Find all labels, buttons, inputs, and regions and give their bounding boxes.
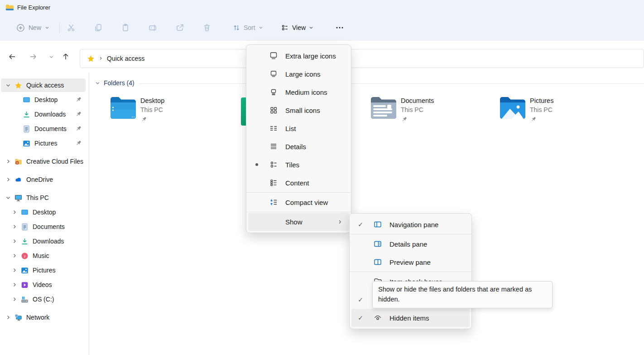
medium-icons-icon	[265, 88, 282, 97]
view-tiles-icon	[281, 24, 289, 32]
download-icon	[21, 238, 29, 245]
menu-item-medium-icons[interactable]: Medium icons	[248, 83, 349, 101]
rename-button[interactable]	[143, 19, 163, 36]
sidebar-item-documents-pinned[interactable]: Documents	[1, 122, 86, 136]
sort-button[interactable]: Sort	[229, 19, 267, 36]
pin-icon	[75, 96, 82, 103]
menu-item-list[interactable]: List	[248, 119, 349, 137]
monitor-icon	[14, 194, 22, 202]
rename-icon	[148, 23, 157, 32]
copy-button[interactable]	[88, 19, 108, 36]
chevron-expanded-icon[interactable]	[5, 195, 11, 200]
arrow-up-icon	[61, 52, 70, 61]
sidebar-item-label: Creative Cloud Files	[26, 158, 86, 165]
tile-documents[interactable]: Documents This PC	[369, 95, 434, 123]
sidebar-item-os-c-drive[interactable]: OS (C:)	[1, 292, 86, 306]
chevron-collapsed-icon[interactable]	[12, 209, 17, 215]
tile-desktop[interactable]: Desktop This PC	[109, 95, 164, 123]
tiles-view-icon	[265, 160, 282, 169]
chevron-collapsed-icon[interactable]	[12, 224, 17, 229]
menu-item-extra-large-icons[interactable]: Extra large icons	[248, 47, 349, 65]
chevron-collapsed-icon[interactable]	[12, 282, 17, 287]
sidebar-item-downloads-pinned[interactable]: Downloads	[1, 107, 86, 121]
navigation-pane: Quick access Desktop Downloads Documents…	[0, 73, 89, 355]
recent-locations-button[interactable]	[43, 49, 59, 64]
sidebar-item-thispc-documents[interactable]: Documents	[1, 220, 86, 233]
sidebar-item-thispc-downloads[interactable]: Downloads	[1, 234, 86, 248]
share-icon	[175, 23, 184, 32]
submenu-chevron-icon	[337, 219, 349, 224]
tile-pictures[interactable]: Pictures This PC	[498, 95, 553, 123]
see-more-button[interactable]	[330, 19, 350, 36]
chevron-collapsed-icon[interactable]	[5, 315, 11, 320]
menu-item-details[interactable]: Details	[248, 137, 349, 156]
sidebar-item-label: Videos	[33, 281, 86, 288]
sidebar-item-label: Downloads	[34, 111, 75, 118]
chevron-collapsed-icon[interactable]	[12, 238, 17, 244]
menu-item-tiles[interactable]: Tiles	[248, 156, 349, 174]
sidebar-item-label: Music	[33, 252, 86, 259]
forward-button[interactable]	[25, 49, 41, 64]
arrow-left-icon	[8, 52, 17, 61]
sidebar-item-music[interactable]: ♪ Music	[1, 249, 86, 263]
tile-meta: Desktop This PC	[140, 95, 164, 123]
menu-separator	[246, 212, 351, 212]
submenu-item-details-pane[interactable]: Details pane	[351, 235, 470, 253]
sidebar-item-quick-access[interactable]: Quick access	[1, 78, 86, 92]
tile-location: This PC	[140, 106, 164, 113]
cut-button[interactable]	[61, 19, 81, 36]
chevron-expanded-icon[interactable]	[5, 83, 11, 88]
sidebar-item-label: Documents	[34, 125, 75, 132]
sidebar-item-label: Pictures	[33, 267, 86, 274]
sidebar-item-label: Desktop	[34, 96, 75, 103]
show-submenu: ✓ Navigation pane Details pane Preview p…	[349, 213, 472, 329]
chevron-collapsed-icon[interactable]	[5, 177, 11, 182]
address-bar[interactable]: Quick access	[80, 49, 644, 68]
chevron-collapsed-icon[interactable]	[12, 267, 17, 273]
paste-button[interactable]	[115, 19, 135, 36]
menu-item-compact-view[interactable]: Compact view	[248, 193, 349, 211]
menu-item-show[interactable]: Show	[248, 213, 349, 231]
submenu-item-navigation-pane[interactable]: ✓ Navigation pane	[351, 215, 470, 233]
group-header-folders[interactable]: Folders (4)	[95, 79, 135, 87]
menu-item-content[interactable]: Content	[248, 174, 349, 192]
sidebar-item-pictures-pinned[interactable]: Pictures	[1, 136, 86, 150]
chevron-collapsed-icon[interactable]	[12, 253, 17, 258]
share-button[interactable]	[170, 19, 190, 36]
menu-item-small-icons[interactable]: Small icons	[248, 101, 349, 119]
back-button[interactable]	[5, 49, 20, 64]
chevron-collapsed-icon[interactable]	[12, 297, 17, 302]
documents-folder-icon	[369, 95, 398, 122]
document-icon	[21, 223, 29, 231]
sidebar-item-onedrive[interactable]: OneDrive	[1, 173, 86, 186]
up-button[interactable]	[58, 49, 73, 64]
extra-large-icons-icon	[265, 51, 282, 60]
large-icons-icon	[265, 69, 282, 78]
submenu-item-hidden-items[interactable]: ✓ Hidden items	[351, 309, 470, 327]
view-button[interactable]: View	[277, 19, 317, 36]
sidebar-item-creative-cloud-files[interactable]: Creative Cloud Files	[1, 155, 86, 168]
sidebar-item-thispc-pictures[interactable]: Pictures	[1, 263, 86, 277]
chevron-collapsed-icon[interactable]	[5, 159, 11, 164]
tile-name: Pictures	[530, 97, 553, 104]
sidebar-item-thispc-desktop[interactable]: Desktop	[1, 205, 86, 219]
breadcrumb-chevron-icon	[99, 56, 103, 60]
breadcrumb-item[interactable]: Quick access	[107, 55, 144, 62]
menu-item-large-icons[interactable]: Large icons	[248, 65, 349, 83]
creative-cloud-folder-icon	[14, 158, 22, 165]
hidden-items-tooltip: Show or hide the files and folders that …	[372, 281, 553, 308]
sidebar-item-this-pc[interactable]: This PC	[1, 191, 86, 204]
checkmark-icon: ✓	[358, 221, 363, 228]
sidebar-item-desktop-pinned[interactable]: Desktop	[1, 93, 86, 107]
delete-button[interactable]	[197, 19, 217, 36]
pictures-icon	[21, 267, 29, 274]
scissors-icon	[67, 23, 76, 32]
new-button[interactable]: New	[12, 19, 54, 36]
small-icons-icon	[265, 106, 282, 115]
sidebar-item-videos[interactable]: Videos	[1, 278, 86, 292]
window-title: File Explorer	[17, 4, 50, 11]
submenu-item-preview-pane[interactable]: Preview pane	[351, 253, 470, 271]
sidebar-item-label: Desktop	[33, 209, 86, 216]
quick-access-star-icon	[87, 55, 95, 63]
sidebar-item-network[interactable]: Network	[1, 311, 86, 324]
